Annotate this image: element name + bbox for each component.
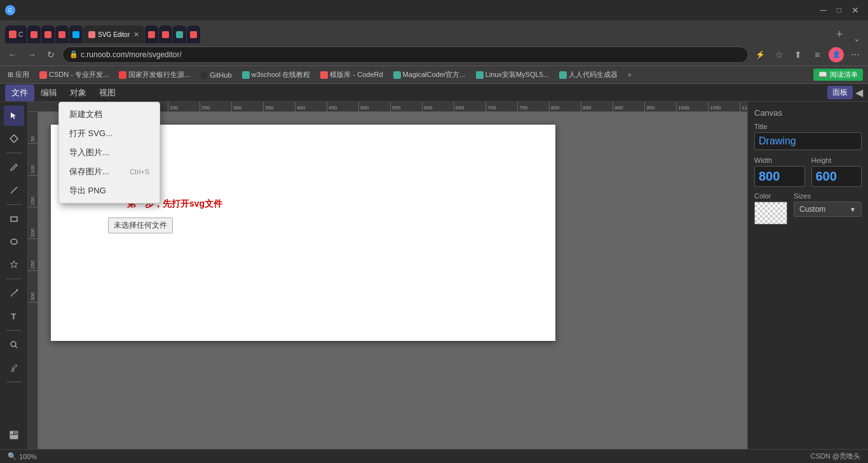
ruler-h-mark: 900: [613, 102, 644, 111]
menu-new-doc[interactable]: 新建文档: [59, 105, 159, 124]
image-icon: [10, 431, 18, 439]
close-btn[interactable]: ✕: [851, 5, 859, 15]
svg-line-1: [11, 187, 17, 193]
tab-10[interactable]: [187, 25, 200, 43]
back-btn[interactable]: ←: [5, 47, 20, 62]
tab-title-1: C: [18, 31, 23, 38]
svg-line-7: [15, 346, 17, 348]
line-tool[interactable]: [4, 180, 24, 200]
sizes-section: Sizes Custom ▼: [794, 192, 862, 225]
select-tool[interactable]: [4, 106, 24, 126]
new-tab-btn[interactable]: +: [831, 25, 848, 43]
canvas-title-input[interactable]: [754, 132, 862, 150]
pencil-tool[interactable]: [4, 157, 24, 177]
tab-overflow-btn[interactable]: ⌄: [851, 34, 863, 43]
panel-toggle-btn[interactable]: 面板: [827, 86, 853, 99]
menu-edit[interactable]: 编辑: [34, 85, 64, 101]
settings-btn[interactable]: ⋯: [848, 47, 863, 62]
title-bar-controls: ─ □ ✕: [817, 5, 863, 15]
bookmarks-bar: ⊞ 应用 CSDN - 专业开发... 国家开发银行生源... GitHub w…: [0, 66, 868, 84]
menu-import-image[interactable]: 导入图片...: [59, 143, 159, 162]
toolbar-sep-1: [6, 153, 22, 153]
more-bookmarks[interactable]: »: [628, 71, 632, 78]
bookmark-magical[interactable]: MagicalCoder官方...: [391, 69, 468, 81]
menu-export-png[interactable]: 导出 PNG: [59, 181, 159, 200]
menu-open-svg[interactable]: 打开 SVG...: [59, 124, 159, 143]
dimensions-row: Width Height: [754, 156, 862, 187]
bookmark-bank[interactable]: 国家开发银行生源...: [116, 69, 193, 81]
svg-rect-10: [10, 431, 13, 434]
extensions-btn[interactable]: ⚡: [752, 47, 768, 62]
width-input[interactable]: [754, 166, 805, 187]
cr-label: 模版库 - CodeRd: [330, 70, 383, 79]
height-label: Height: [811, 156, 862, 164]
address-bar[interactable]: 🔒 c.runoob.com/more/svgeditor/: [62, 46, 749, 63]
tab-favicon-1: [9, 31, 17, 38]
bookmark-linux[interactable]: Linux安装MySQL5...: [473, 69, 552, 81]
tab-8[interactable]: [159, 25, 172, 43]
tab-9[interactable]: [173, 25, 186, 43]
image-tool[interactable]: [4, 425, 24, 445]
height-input[interactable]: [811, 166, 862, 187]
forward-btn[interactable]: →: [24, 47, 39, 62]
tab-3[interactable]: [41, 25, 55, 43]
ruler-v-mark: 150: [28, 176, 37, 207]
bookmark-renren[interactable]: 人人代码生成器: [557, 69, 620, 81]
tab-5[interactable]: [69, 25, 83, 43]
tab-2[interactable]: [27, 25, 41, 43]
sidebar-toggle-btn[interactable]: ◀: [855, 86, 863, 99]
pencil-icon: [10, 163, 18, 172]
sizes-dropdown[interactable]: Custom ▼: [794, 202, 862, 217]
restore-btn[interactable]: □: [837, 6, 841, 15]
status-attribution: CSDN @秃噜头: [811, 452, 860, 461]
ruler-h-mark: 500: [358, 102, 390, 111]
tab-active-close[interactable]: ✕: [133, 31, 139, 39]
star-tool[interactable]: [4, 254, 24, 275]
menu-view[interactable]: 视图: [93, 85, 122, 101]
lock-icon: 🔒: [69, 50, 78, 59]
color-sizes-row: Color Sizes Custom ▼: [754, 192, 862, 225]
ellipse-tool[interactable]: [4, 232, 24, 252]
readinglist-btn[interactable]: ≡: [810, 47, 825, 62]
tab-4[interactable]: [55, 25, 69, 43]
ruler-h-mark: 650: [454, 102, 485, 111]
canvas-color-swatch[interactable]: [754, 202, 787, 225]
svg-rect-8: [11, 370, 14, 371]
left-toolbar: T: [0, 102, 28, 449]
svg-point-6: [11, 342, 16, 347]
rect-tool[interactable]: [4, 209, 24, 229]
title-bar-left: C: [5, 5, 15, 15]
minimize-btn[interactable]: ─: [820, 5, 827, 15]
bookmark-csdn[interactable]: CSDN - 专业开发...: [37, 69, 111, 81]
cr-favicon: [320, 71, 328, 79]
toolbar-sep-5: [6, 382, 22, 382]
bookmark-github[interactable]: GitHub: [198, 70, 234, 80]
zoom-tool[interactable]: [4, 335, 24, 355]
menu-file[interactable]: 文件: [5, 85, 34, 101]
ruler-vertical: 50100150200250300: [28, 112, 38, 449]
pen-tool[interactable]: [4, 283, 24, 303]
bookmark-apps[interactable]: ⊞ 应用: [5, 69, 32, 81]
bookmark-btn[interactable]: ☆: [771, 47, 787, 62]
profile-btn[interactable]: 👤: [829, 47, 844, 62]
text-tool[interactable]: T: [4, 306, 24, 326]
refresh-btn[interactable]: ↻: [43, 47, 58, 62]
svg-marker-0: [10, 135, 18, 142]
tab-7[interactable]: [145, 25, 158, 43]
tab-1[interactable]: C: [5, 25, 27, 43]
bookmark-codered[interactable]: 模版库 - CodeRd: [318, 69, 385, 81]
ruler-h-mark: 450: [327, 102, 358, 111]
sizes-label: Sizes: [794, 192, 862, 200]
share-btn[interactable]: ⬆: [790, 47, 806, 62]
csdn-label: CSDN - 专业开发...: [49, 70, 109, 79]
ruler-h-mark: 400: [295, 102, 327, 111]
tab-active[interactable]: SVG Editor ✕: [83, 25, 144, 43]
mc-label: MagicalCoder官方...: [403, 70, 466, 79]
menu-save-image[interactable]: 保存图片... Ctrl+S: [59, 162, 159, 181]
bookmark-w3school[interactable]: w3school 在线教程: [240, 69, 313, 81]
menu-object[interactable]: 对象: [64, 85, 93, 101]
node-tool[interactable]: [4, 128, 24, 149]
eyedropper-tool[interactable]: [4, 357, 24, 378]
svg-marker-4: [10, 261, 17, 268]
reading-list-btn[interactable]: 📖 阅读清单: [813, 69, 863, 81]
